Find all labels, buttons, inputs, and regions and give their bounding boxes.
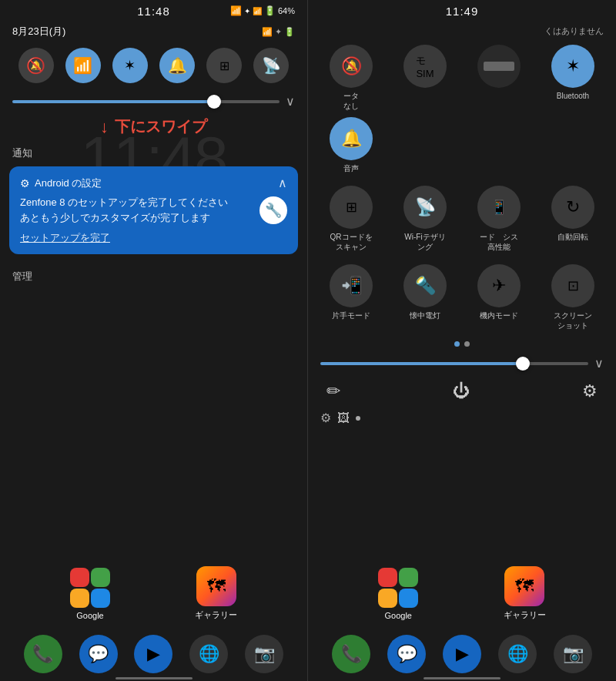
status-icons-inline: 📶 ✦ 🔋 (262, 27, 295, 37)
brightness-thumb-right[interactable] (516, 357, 530, 371)
page-dots (308, 337, 616, 351)
dock-chrome-right[interactable]: 🌐 (498, 635, 537, 673)
google-dot-r1 (378, 568, 397, 587)
dock-camera-right[interactable]: 📷 (554, 635, 592, 673)
toggle-silent[interactable]: 🔕 (18, 48, 54, 83)
dock-play[interactable]: ▶ (134, 635, 172, 673)
google-grid-right (378, 568, 418, 608)
qs-photo-icon: 🖼 (337, 411, 350, 425)
tile-qr[interactable]: ⊞ QRコードをスキャン (317, 186, 385, 252)
battery-icon: 🔋 (264, 5, 276, 16)
gallery-group[interactable]: 🗺 ギャラリー (195, 566, 237, 621)
tile-rotate-icon: ↻ (551, 186, 594, 229)
tile-performance-label: ード シス高性能 (480, 232, 518, 252)
page-dot-1 (454, 341, 460, 347)
swipe-text: 下にスワイプ (115, 116, 207, 137)
qs-dot (356, 416, 360, 421)
tile-onehand[interactable]: 📲 片手モード (317, 264, 385, 330)
google-group[interactable]: Google (70, 568, 110, 620)
quick-toggles-left: 🔕 📶 ✶ 🔔 ⊞ 📡 (0, 42, 307, 89)
tile-blank-icon (477, 45, 521, 88)
tile-sim[interactable]: モSIM (391, 45, 459, 111)
gallery-label: ギャラリー (195, 609, 237, 621)
tile-sound-icon: 🔔 (330, 117, 373, 160)
tile-bluetooth-label: Bluetooth (557, 91, 589, 101)
dock-phone-right[interactable]: 📞 (332, 635, 370, 673)
qs-gear-icon: ⚙ (320, 411, 331, 425)
tile-flashlight[interactable]: 🔦 懐中電灯 (391, 264, 459, 330)
tile-hotspot-icon: 📡 (403, 186, 447, 229)
brightness-slider-right[interactable] (320, 362, 588, 365)
settings-icon: ⚙ (20, 177, 30, 190)
quick-tiles-row1: 🔕 ータなし モSIM ✶ Bluetooth 🔔 音声 (308, 39, 616, 179)
page-dot-2 (464, 341, 470, 347)
google-label-right: Google (385, 611, 412, 620)
tile-bluetooth[interactable]: ✶ Bluetooth (539, 45, 607, 111)
dock-camera[interactable]: 📷 (245, 635, 283, 673)
google-dot-2 (91, 568, 110, 587)
quick-tiles-row3: 📲 片手モード 🔦 懐中電灯 ✈ 機内モード ⊡ スクリーンショット (308, 258, 616, 337)
toggle-bluetooth[interactable]: ✶ (112, 48, 148, 83)
toggle-wifi[interactable]: 📶 (65, 48, 101, 83)
dock-left: 📞 💬 ▶ 🌐 📷 (0, 635, 307, 673)
tile-onehand-icon: 📲 (330, 264, 373, 307)
tile-flashlight-label: 懐中電灯 (410, 310, 440, 320)
dock-phone[interactable]: 📞 (24, 635, 62, 673)
tile-data-icon: 🔕 (330, 45, 373, 88)
no-network-bar: くはありません (308, 22, 616, 39)
brightness-thumb-left[interactable] (207, 95, 221, 109)
dock-right: 📞 💬 ▶ 🌐 📷 (308, 635, 616, 673)
date-bar: 8月23日(月) 📶 ✦ 🔋 (0, 22, 307, 42)
google-dot-r4 (399, 589, 418, 608)
management-label: 管理 (0, 257, 307, 290)
brightness-expand-right[interactable]: ∨ (594, 356, 604, 371)
google-grid (70, 568, 110, 608)
tile-performance-icon: 📱 (477, 186, 521, 229)
tile-airplane-icon: ✈ (477, 264, 521, 307)
left-panel: 11:48 📶 ✦ 📶 🔋 64% 8月23日(月) 📶 ✦ 🔋 🔕 📶 ✶ 🔔… (0, 0, 308, 681)
swipe-instruction: ↓ 下にスワイプ (0, 113, 307, 140)
status-bar-left: 11:48 📶 ✦ 📶 🔋 64% (0, 0, 307, 22)
tile-hotspot-label: Wi-Fiテザリング (404, 232, 445, 252)
sim-icon: 📶 (230, 5, 242, 16)
tile-data[interactable]: 🔕 ータなし (317, 45, 385, 111)
notification-app-name: Android の設定 (35, 176, 102, 190)
tile-sound[interactable]: 🔔 音声 (317, 117, 385, 173)
toggle-bell[interactable]: 🔔 (159, 48, 195, 83)
tile-sim-icon: モSIM (403, 45, 447, 88)
power-icon[interactable]: ⏻ (453, 381, 470, 401)
brightness-expand[interactable]: ∨ (286, 94, 295, 109)
tile-screenshot-label: スクリーンショット (554, 310, 592, 330)
bottom-actions: ✏ ⏻ ⚙ (308, 375, 616, 408)
tile-airplane[interactable]: ✈ 機内モード (465, 264, 533, 330)
google-group-right[interactable]: Google (378, 568, 418, 620)
google-dot-1 (70, 568, 89, 587)
dock-chrome[interactable]: 🌐 (189, 635, 228, 673)
notification-action[interactable]: セットアップを完了 (20, 231, 287, 245)
right-panel: 11:49 くはありません 🔕 ータなし モSIM ✶ Bluetooth 🔔 … (308, 0, 616, 681)
no-network-text: くはありません (544, 26, 604, 35)
settings-icon[interactable]: ⚙ (582, 381, 598, 401)
dock-message-right[interactable]: 💬 (387, 635, 426, 673)
gallery-group-right[interactable]: 🗺 ギャラリー (504, 566, 546, 621)
tile-screenshot[interactable]: ⊡ スクリーンショット (539, 264, 607, 330)
app-icons-row-right: Google 🗺 ギャラリー (323, 560, 601, 627)
tile-hotspot[interactable]: 📡 Wi-Fiテザリング (391, 186, 459, 252)
tile-blank[interactable] (465, 45, 533, 111)
notification-card[interactable]: ⚙ Android の設定 ∧ Zenfone 8 のセットアップを完了してくだ… (9, 166, 298, 254)
tile-data-label: ータなし (343, 91, 359, 111)
edit-icon[interactable]: ✏ (326, 381, 340, 401)
notification-chevron[interactable]: ∧ (278, 176, 287, 190)
tile-rotate[interactable]: ↻ 自動回転 (539, 186, 607, 252)
time-right: 11:49 (446, 5, 479, 18)
google-dot-r3 (378, 589, 397, 608)
toggle-cast[interactable]: 📡 (253, 48, 289, 83)
quick-tiles-row2: ⊞ QRコードをスキャン 📡 Wi-Fiテザリング 📱 ード シス高性能 ↻ 自… (308, 179, 616, 258)
notification-header: ⚙ Android の設定 ∧ (20, 176, 287, 190)
dock-play-right[interactable]: ▶ (443, 635, 481, 673)
google-dot-r2 (399, 568, 418, 587)
dock-message[interactable]: 💬 (79, 635, 118, 673)
brightness-slider-left[interactable] (12, 100, 280, 103)
toggle-qr[interactable]: ⊞ (206, 48, 242, 83)
tile-performance[interactable]: 📱 ード シス高性能 (465, 186, 533, 252)
